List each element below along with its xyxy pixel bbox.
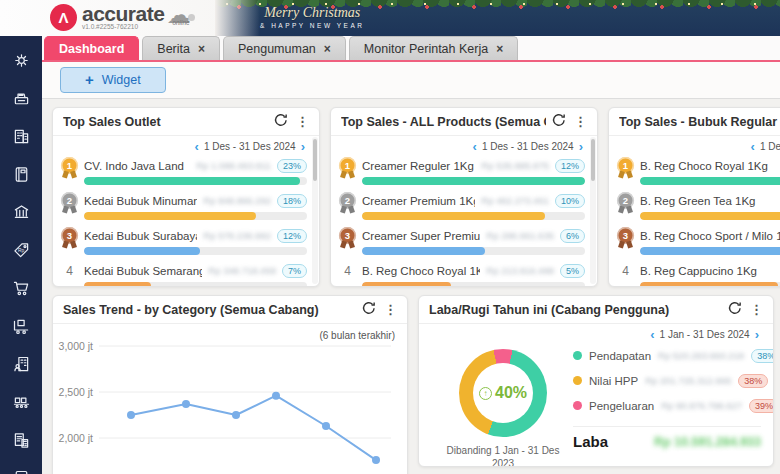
svg-text:3,000 jt: 3,000 jt	[59, 340, 94, 352]
profit-donut-chart: ↑ 40%	[459, 349, 547, 437]
rank-4-label: 4	[339, 264, 356, 278]
legend-dot	[573, 401, 582, 410]
percent-badge: 39%	[749, 399, 774, 413]
prev-period-icon[interactable]: ‹	[195, 142, 199, 152]
report-pie-icon[interactable]	[10, 468, 32, 474]
progress-bar	[362, 247, 585, 255]
blurred-amount: Rp 296.661.635	[486, 230, 554, 241]
accurate-logo-icon: Λ	[50, 4, 77, 31]
blurred-amount: Rp 1.088.493.811	[196, 160, 271, 171]
svg-text:Rp: Rp	[18, 248, 24, 253]
plus-icon: +	[85, 74, 94, 86]
blurred-amount: Rp 213.816.488	[486, 265, 554, 276]
tab-dashboard[interactable]: Dashboard	[44, 36, 139, 60]
widget-top-sales-all-products: Top Sales - ALL Products (Semua Cabang) …	[330, 107, 598, 287]
trend-data-point	[322, 422, 330, 430]
tab-berita[interactable]: Berita×	[142, 36, 220, 60]
date-range-selector: ‹ 1 Des - 31 Des 2024 ›	[609, 136, 780, 153]
widget-menu-icon[interactable]: ⋮	[296, 117, 309, 127]
cloud-online-icon: ☁ online	[166, 5, 200, 25]
company-person-icon[interactable]	[10, 354, 32, 375]
brand-name: accurate	[82, 3, 164, 25]
prev-period-icon[interactable]: ‹	[473, 142, 477, 152]
close-icon[interactable]: ×	[324, 42, 331, 56]
legend-row: Nilai HPP Rp 201.725.312.665 38%	[573, 368, 761, 393]
widget-scrollbar	[312, 137, 318, 284]
cash-register-icon[interactable]	[10, 88, 32, 109]
scrollbar-thumb[interactable]	[313, 139, 317, 181]
delivery-trolley-icon[interactable]	[10, 316, 32, 337]
blurred-amount: Rp 578.236.982	[203, 230, 271, 241]
donut-center-percent: 40%	[495, 384, 527, 402]
legend-row: Pengeluaran Rp 90.876.798.627 39%	[573, 393, 761, 418]
next-period-icon[interactable]: ›	[755, 330, 759, 340]
percent-badge: 6%	[560, 229, 585, 243]
tab-pengumuman[interactable]: Pengumuman×	[223, 36, 346, 60]
next-period-icon[interactable]: ›	[579, 142, 583, 152]
rank-2-medal-icon: 2	[339, 192, 356, 209]
trend-data-point	[272, 392, 280, 400]
progress-bar	[84, 177, 307, 185]
rank-3-medal-icon: 3	[617, 227, 634, 244]
widget-menu-icon[interactable]: ⋮	[750, 305, 763, 315]
trend-data-point	[232, 411, 240, 419]
refresh-icon[interactable]	[274, 113, 288, 131]
scrollbar-thumb[interactable]	[591, 139, 595, 181]
percent-badge: 5%	[560, 264, 585, 278]
ledger-book-icon[interactable]	[10, 164, 32, 185]
blurred-amount: Rp 520.293.660.218	[658, 350, 744, 361]
banner-greeting: Merry Christmas	[260, 5, 364, 21]
progress-bar	[362, 212, 585, 220]
percent-badge: 7%	[282, 264, 307, 278]
invoice-calculator-icon[interactable]	[10, 430, 32, 451]
progress-bar	[362, 177, 585, 185]
app-header: Λ accurate v1.0.#2255-762210 ☁ online Me…	[0, 0, 780, 36]
refresh-icon[interactable]	[728, 301, 742, 319]
date-range-label: 1 Jan - 31 Des 2024	[660, 329, 750, 340]
close-icon[interactable]: ×	[496, 42, 503, 56]
tab-monitor-perintah-kerja[interactable]: Monitor Perintah Kerja×	[349, 36, 518, 60]
refresh-icon[interactable]	[552, 113, 566, 131]
percent-badge: 10%	[555, 194, 585, 208]
sales-row: 1Creamer Reguler 1KgRp 535.885.87512%	[331, 153, 597, 185]
price-tag-rp-icon[interactable]: Rp	[10, 240, 32, 261]
widget-menu-icon[interactable]: ⋮	[574, 117, 587, 127]
sales-row: 3Creamer Super Premium 1KgRp 296.661.635…	[331, 223, 597, 255]
widget-title: Top Sales - ALL Products (Semua Cabang)	[341, 115, 546, 129]
blurred-amount: Rp 462.273.461	[481, 195, 549, 206]
close-icon[interactable]: ×	[198, 42, 205, 56]
rank-4-label: 4	[61, 264, 78, 278]
sales-row: 3B. Reg Choco Sport / Milo 1...Rp 176.29…	[609, 223, 780, 255]
date-range-label: 1 Des - 31 Des 2024	[482, 141, 574, 152]
rank-1-medal-icon: 1	[61, 157, 78, 174]
production-conveyor-icon[interactable]	[10, 392, 32, 413]
bank-icon[interactable]	[10, 202, 32, 223]
sales-row: 2Kedai Bubuk MinumanRp 848.866.29218%	[53, 188, 319, 220]
rank-3-medal-icon: 3	[339, 227, 356, 244]
shopping-cart-icon[interactable]	[10, 278, 32, 299]
sales-row: 4B. Reg Cappucino 1KgRp 132.507.214	[609, 258, 780, 287]
progress-bar	[84, 282, 307, 287]
add-widget-button[interactable]: + Widget	[60, 67, 166, 93]
trend-up-icon: ↑	[479, 387, 492, 400]
settings-gear-icon[interactable]	[10, 50, 32, 71]
refresh-icon[interactable]	[362, 301, 376, 319]
laba-label: Laba	[573, 433, 654, 450]
widget-top-sales-bubuk-regular: Top Sales - Bubuk Regular (Semua Cabang)…	[608, 107, 780, 287]
date-range-selector: ‹ 1 Des - 31 Des 2024 ›	[53, 136, 319, 153]
blurred-amount: Rp 535.885.875	[481, 160, 549, 171]
office-building-icon[interactable]	[10, 126, 32, 147]
prev-period-icon[interactable]: ‹	[751, 142, 755, 152]
widget-menu-icon[interactable]: ⋮	[384, 305, 397, 315]
widget-toolbar: + Widget	[42, 62, 780, 99]
comparison-caption: Dibanding 1 Jan - 31 Des 2023	[438, 444, 568, 467]
rank-1-medal-icon: 1	[339, 157, 356, 174]
blurred-amount: Rp 348.718.459	[208, 265, 276, 276]
widget-title: Top Sales - Bubuk Regular (Semua Cabang)	[619, 115, 780, 129]
rank-4-label: 4	[617, 264, 634, 278]
christmas-banner: Merry Christmas & HAPPY NEW YEAR	[215, 0, 780, 36]
chart-subtitle: (6 bulan terakhir)	[319, 330, 395, 341]
sales-row: 4B. Reg Choco Royal 1KgRp 213.816.4885%	[331, 258, 597, 287]
prev-period-icon[interactable]: ‹	[650, 330, 654, 340]
next-period-icon[interactable]: ›	[301, 142, 305, 152]
